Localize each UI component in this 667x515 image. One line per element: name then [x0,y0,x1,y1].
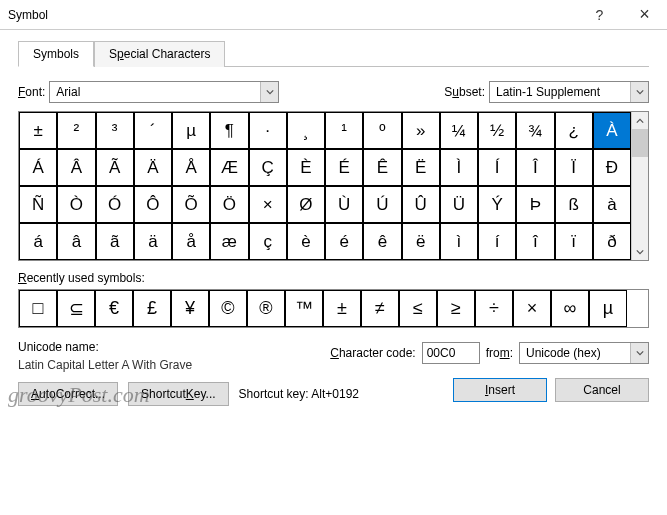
recent-symbol-cell[interactable]: ÷ [475,290,513,327]
symbol-cell[interactable]: ì [440,223,478,260]
scroll-up-icon[interactable] [632,112,648,129]
symbol-cell[interactable]: à [593,186,631,223]
symbol-cell[interactable]: ± [19,112,57,149]
recent-symbol-cell[interactable]: ∞ [551,290,589,327]
symbol-cell[interactable]: Ó [96,186,134,223]
recent-symbol-cell[interactable]: × [513,290,551,327]
grid-scrollbar[interactable] [631,112,648,260]
chevron-down-icon[interactable] [260,82,278,102]
symbol-cell[interactable]: È [287,149,325,186]
close-button[interactable]: × [622,0,667,30]
symbol-cell[interactable]: â [57,223,95,260]
recent-symbol-cell[interactable]: ⊆ [57,290,95,327]
insert-button[interactable]: Insert [453,378,547,402]
symbol-cell[interactable]: µ [172,112,210,149]
symbol-cell[interactable]: æ [210,223,248,260]
tab-symbols[interactable]: Symbols [18,41,94,67]
symbol-cell[interactable]: º [363,112,401,149]
symbol-cell[interactable]: Ê [363,149,401,186]
scrollbar-track[interactable] [632,129,648,243]
symbol-cell[interactable]: Þ [516,186,554,223]
symbol-cell[interactable]: Ä [134,149,172,186]
symbol-cell[interactable]: Ï [555,149,593,186]
symbol-cell[interactable]: ³ [96,112,134,149]
symbol-cell[interactable]: ï [555,223,593,260]
symbol-cell[interactable]: ¿ [555,112,593,149]
symbol-cell[interactable]: ã [96,223,134,260]
chevron-down-icon[interactable] [630,82,648,102]
recent-symbol-cell[interactable]: ¥ [171,290,209,327]
symbol-cell[interactable]: Ú [363,186,401,223]
symbol-grid-wrap: ±²³´µ¶·¸¹º»¼½¾¿ÀÁÂÃÄÅÆÇÈÉÊËÌÍÎÏÐÑÒÓÔÕÖ×Ø… [18,111,649,261]
symbol-cell[interactable]: Â [57,149,95,186]
symbol-cell[interactable]: Û [402,186,440,223]
subset-select[interactable]: Latin-1 Supplement [489,81,649,103]
chevron-down-icon[interactable] [630,343,648,363]
recent-symbol-cell[interactable]: € [95,290,133,327]
symbol-cell[interactable]: ¹ [325,112,363,149]
from-label: from: [486,346,513,360]
recent-symbol-cell[interactable]: ™ [285,290,323,327]
symbol-cell[interactable]: Ô [134,186,172,223]
help-button[interactable]: ? [577,0,622,30]
symbol-cell[interactable]: Õ [172,186,210,223]
symbol-cell[interactable]: É [325,149,363,186]
symbol-cell[interactable]: Å [172,149,210,186]
recent-symbol-cell[interactable]: □ [19,290,57,327]
symbol-cell[interactable]: ½ [478,112,516,149]
symbol-cell[interactable]: ä [134,223,172,260]
symbol-cell[interactable]: · [249,112,287,149]
scroll-down-icon[interactable] [632,243,648,260]
symbol-cell[interactable]: ë [402,223,440,260]
symbol-cell[interactable]: » [402,112,440,149]
symbol-cell[interactable]: À [593,112,631,149]
recent-symbol-cell[interactable]: µ [589,290,627,327]
symbol-cell[interactable]: ê [363,223,401,260]
symbol-cell[interactable]: Ò [57,186,95,223]
symbol-cell[interactable]: ¾ [516,112,554,149]
tab-special-characters[interactable]: Special Characters [94,41,225,67]
symbol-cell[interactable]: Ñ [19,186,57,223]
symbol-cell[interactable]: ß [555,186,593,223]
symbol-cell[interactable]: é [325,223,363,260]
symbol-cell[interactable]: ¼ [440,112,478,149]
symbol-cell[interactable]: Ü [440,186,478,223]
symbol-cell[interactable]: å [172,223,210,260]
recent-symbol-cell[interactable]: £ [133,290,171,327]
symbol-cell[interactable]: Ý [478,186,516,223]
symbol-cell[interactable]: ´ [134,112,172,149]
symbol-cell[interactable]: ² [57,112,95,149]
symbol-cell[interactable]: × [249,186,287,223]
symbol-cell[interactable]: í [478,223,516,260]
from-select[interactable]: Unicode (hex) [519,342,649,364]
symbol-cell[interactable]: Ù [325,186,363,223]
symbol-cell[interactable]: Î [516,149,554,186]
recent-symbol-cell[interactable]: ≥ [437,290,475,327]
recent-symbol-cell[interactable]: © [209,290,247,327]
recent-symbol-cell[interactable]: ≠ [361,290,399,327]
symbol-cell[interactable]: Ð [593,149,631,186]
symbol-cell[interactable]: Æ [210,149,248,186]
symbol-cell[interactable]: á [19,223,57,260]
symbol-cell[interactable]: Ç [249,149,287,186]
recent-symbol-cell[interactable]: ± [323,290,361,327]
cancel-button[interactable]: Cancel [555,378,649,402]
symbol-cell[interactable]: Ì [440,149,478,186]
symbol-cell[interactable]: Ø [287,186,325,223]
symbol-cell[interactable]: ð [593,223,631,260]
symbol-cell[interactable]: ç [249,223,287,260]
symbol-cell[interactable]: Í [478,149,516,186]
font-select[interactable]: Arial [49,81,279,103]
symbol-cell[interactable]: Ö [210,186,248,223]
symbol-cell[interactable]: Ë [402,149,440,186]
symbol-cell[interactable]: ¶ [210,112,248,149]
symbol-cell[interactable]: è [287,223,325,260]
symbol-cell[interactable]: Á [19,149,57,186]
symbol-cell[interactable]: î [516,223,554,260]
recent-symbol-cell[interactable]: ≤ [399,290,437,327]
character-code-input[interactable] [422,342,480,364]
symbol-cell[interactable]: ¸ [287,112,325,149]
recent-symbol-cell[interactable]: ® [247,290,285,327]
scrollbar-thumb[interactable] [632,129,648,157]
symbol-cell[interactable]: Ã [96,149,134,186]
